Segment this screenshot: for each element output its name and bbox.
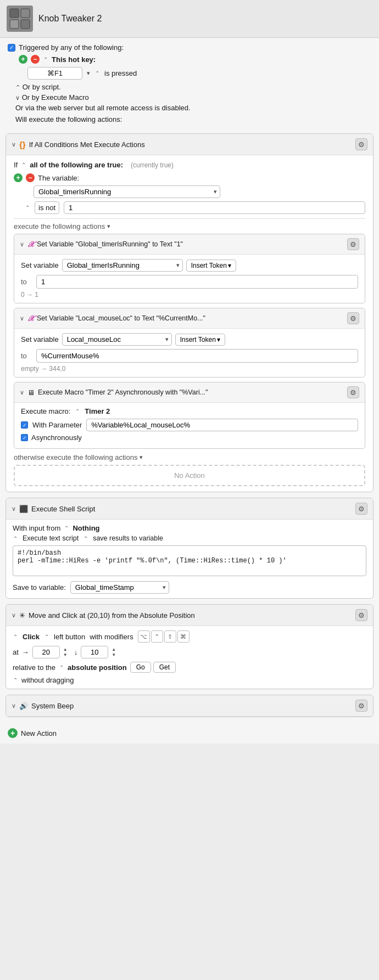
condition-value-input[interactable] <box>64 201 365 214</box>
remove-hotkey-button[interactable]: − <box>31 55 40 64</box>
x-stepper[interactable]: ▲ ▼ <box>63 647 71 658</box>
modifier-cmd[interactable]: ⌘ <box>177 630 190 643</box>
y-stepper-up[interactable]: ▲ <box>112 647 119 652</box>
param-value-input[interactable] <box>86 419 358 431</box>
condition-gear-button[interactable]: ⚙ <box>355 138 367 150</box>
move-click-body: ⌃ Click ⌃ left button with modifiers ⌥ ⌃… <box>6 626 373 689</box>
async-checkbox[interactable]: ✓ <box>21 434 28 441</box>
set-var1-row: Set variable Global_timerIsRunning Inser… <box>21 259 358 272</box>
set-var1-variable-select[interactable]: Global_timerIsRunning <box>62 259 183 272</box>
set-var2-collapse[interactable]: ∨ <box>20 315 24 322</box>
svg-rect-2 <box>10 20 19 29</box>
save-results-caret[interactable]: ⌃ <box>83 536 88 542</box>
execute-text-label: Execute text script <box>23 534 79 542</box>
modifier-shift[interactable]: ⇧ <box>164 630 176 643</box>
hotkey-dropdown-arrow[interactable]: ▾ <box>87 70 90 77</box>
set-var1-to-input[interactable] <box>36 275 358 289</box>
is-not-caret[interactable]: ⌃ <box>25 205 30 211</box>
x-stepper-down[interactable]: ▼ <box>63 652 71 658</box>
save-to-select[interactable]: Global_timeStamp <box>70 581 169 594</box>
set-var1-insert-token[interactable]: Insert Token ▾ <box>186 260 236 272</box>
variable-select-wrapper[interactable]: Global_timerIsRunning <box>34 185 365 198</box>
svg-rect-0 <box>10 9 19 18</box>
set-var2-label: Set variable <box>21 335 59 343</box>
will-execute-label: Will execute the following actions: <box>15 115 364 123</box>
exec-macro-collapse[interactable]: ∨ <box>20 389 24 396</box>
set-var1-gear[interactable]: ⚙ <box>347 238 359 250</box>
set-var1-collapse[interactable]: ∨ <box>20 241 24 248</box>
at-label: at <box>13 648 19 656</box>
exec-text-caret[interactable]: ⌃ <box>13 536 18 542</box>
set-var2-insert-token[interactable]: Insert Token ▾ <box>175 334 225 346</box>
y-stepper[interactable]: ▲ ▼ <box>112 647 119 658</box>
set-var2-to-input[interactable] <box>36 349 358 363</box>
shell-icon: ⬛ <box>19 505 28 513</box>
new-action-label[interactable]: New Action <box>21 729 57 737</box>
move-click-gear[interactable]: ⚙ <box>355 609 367 621</box>
beep-collapse[interactable]: ∨ <box>12 702 16 709</box>
variable-add-row: + − The variable: <box>14 173 365 182</box>
is-not-label[interactable]: is not <box>35 201 59 214</box>
set-var2-variable-select[interactable]: Local_mouseLoc <box>62 333 172 346</box>
set-var2-body: Set variable Local_mouseLoc Insert Token… <box>14 329 365 377</box>
otherwise-arrow[interactable]: ▾ <box>140 454 143 461</box>
condition-body: If ⌃ all of the following are true: (cur… <box>6 155 373 492</box>
set-var1-label: Set variable <box>21 261 59 269</box>
modifier-alt[interactable]: ⌥ <box>138 630 150 643</box>
click-caret[interactable]: ⌃ <box>13 634 18 640</box>
variable-dropdown[interactable]: Global_timerIsRunning <box>34 185 220 198</box>
input-from-caret[interactable]: ⌃ <box>64 525 69 531</box>
remove-condition-button[interactable]: − <box>26 173 35 182</box>
hotkey-field[interactable]: ⌘F1 <box>27 67 82 80</box>
button-caret[interactable]: ⌃ <box>44 634 49 640</box>
position-caret[interactable]: ⌃ <box>59 664 64 671</box>
arrow-right: → <box>22 648 29 656</box>
move-click-collapse[interactable]: ∨ <box>12 612 16 619</box>
modifier-ctrl[interactable]: ⌃ <box>151 630 163 643</box>
cursor-icon: ✳ <box>19 611 25 619</box>
beep-gear-button[interactable]: ⚙ <box>355 700 367 712</box>
script-textarea[interactable]: #!/bin/bash perl -mTime::HiRes -e 'print… <box>13 545 366 576</box>
exec-macro-name[interactable]: Timer 2 <box>85 407 110 415</box>
new-action-row[interactable]: + New Action <box>0 723 379 744</box>
script-caret: ⌃ <box>15 84 20 91</box>
position-label[interactable]: absolute position <box>68 663 127 672</box>
set-var2-select-wrapper[interactable]: Local_mouseLoc <box>62 333 172 346</box>
save-to-select-wrapper[interactable]: Global_timeStamp <box>70 581 169 594</box>
go-button[interactable]: Go <box>130 662 151 673</box>
exec-macro-name-caret[interactable]: ⌃ <box>75 408 80 414</box>
add-condition-button[interactable]: + <box>14 173 23 182</box>
beep-title: System Beep <box>31 702 352 710</box>
all-caret[interactable]: ⌃ <box>21 162 26 168</box>
exec-macro-gear[interactable]: ⚙ <box>347 386 359 398</box>
new-action-plus[interactable]: + <box>8 728 18 738</box>
or-by-macro-row: ∨ Or by Execute Macro <box>15 93 371 102</box>
with-param-label: With Parameter <box>32 421 82 429</box>
triggered-checkbox[interactable]: ✓ <box>8 44 15 52</box>
with-param-checkbox[interactable]: ✓ <box>21 421 28 429</box>
currently-true-label: (currently true) <box>131 161 174 169</box>
click-label[interactable]: Click <box>23 633 40 641</box>
x-stepper-up[interactable]: ▲ <box>63 647 71 652</box>
shell-gear-button[interactable]: ⚙ <box>355 503 367 515</box>
move-click-header: ∨ ✳ Move and Click at (20,10) from the A… <box>6 605 373 626</box>
execute-macro-block: ∨ 🖥 Execute Macro "Timer 2" Asynchronous… <box>14 382 365 449</box>
input-from-value[interactable]: Nothing <box>73 524 99 532</box>
system-beep-block: ∨ 🔊 System Beep ⚙ <box>5 695 374 717</box>
y-stepper-down[interactable]: ▼ <box>112 652 119 658</box>
via-web-label: Or via the web server but all remote acc… <box>15 104 191 112</box>
set-var1-select-wrapper[interactable]: Global_timerIsRunning <box>62 259 183 272</box>
set-var2-gear[interactable]: ⚙ <box>347 312 359 324</box>
condition-collapse-icon[interactable]: ∨ <box>12 141 16 148</box>
app-icon <box>7 5 33 32</box>
add-hotkey-button[interactable]: + <box>19 55 27 64</box>
x-coord-input[interactable] <box>32 646 60 658</box>
get-button[interactable]: Get <box>153 662 176 673</box>
variable-select[interactable]: Global_timerIsRunning <box>34 185 220 198</box>
y-coord-input[interactable] <box>81 646 108 658</box>
drag-caret[interactable]: ⌃ <box>13 677 18 683</box>
execute-following-arrow[interactable]: ▾ <box>107 223 110 230</box>
shell-collapse-icon[interactable]: ∨ <box>12 505 16 512</box>
hotkey-caret: ⌃ <box>43 57 48 63</box>
shell-script-block: ∨ ⬛ Execute Shell Script ⚙ With input fr… <box>5 498 374 599</box>
